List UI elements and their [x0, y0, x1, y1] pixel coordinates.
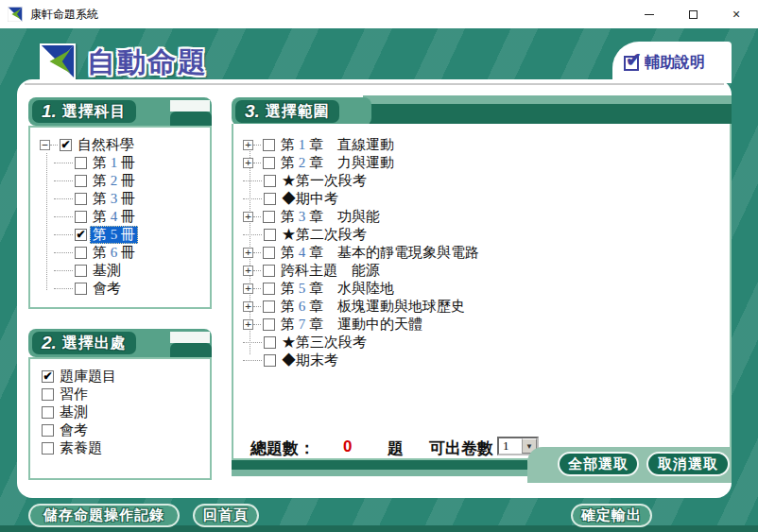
- checkbox[interactable]: [263, 265, 275, 277]
- tree-label[interactable]: 第 4 冊: [90, 208, 138, 226]
- panel1-number: 1.: [42, 101, 57, 122]
- tree-label[interactable]: 第 5 章 水與陸地: [278, 280, 397, 298]
- checkbox[interactable]: [264, 354, 276, 367]
- option-item[interactable]: 基測: [40, 403, 210, 421]
- home-button[interactable]: 回首頁: [193, 504, 259, 527]
- option-item[interactable]: 習作: [40, 386, 210, 403]
- tree-item[interactable]: 第 4 冊: [40, 208, 210, 226]
- checkbox[interactable]: [75, 265, 87, 277]
- checkbox[interactable]: [263, 157, 275, 169]
- tree-item[interactable]: ✔第 5 冊: [40, 226, 210, 244]
- expand-icon[interactable]: +: [243, 212, 253, 222]
- checkbox[interactable]: [75, 175, 87, 187]
- checkbox[interactable]: [75, 247, 87, 259]
- close-button[interactable]: ×: [715, 0, 758, 28]
- checkbox[interactable]: [75, 157, 87, 169]
- confirm-output-button[interactable]: 確定輸出: [571, 504, 652, 527]
- tree-item[interactable]: +跨科主題 能源: [243, 262, 730, 280]
- tree-label[interactable]: 第 7 章 運動中的天體: [278, 316, 425, 334]
- tree-label[interactable]: ★第三次段考: [279, 334, 370, 352]
- checkbox[interactable]: [75, 283, 87, 295]
- tree-item[interactable]: +第 4 章 基本的靜電現象與電路: [243, 244, 730, 262]
- tree-label[interactable]: ◆期末考: [279, 352, 341, 369]
- tree-item[interactable]: −✔自然科學: [40, 136, 210, 154]
- checkbox[interactable]: [75, 211, 87, 223]
- option-label[interactable]: 素養題: [57, 439, 105, 457]
- checkbox[interactable]: ✔: [60, 139, 72, 151]
- tree-label[interactable]: 基測: [90, 262, 124, 280]
- tree-item[interactable]: +第 2 章 力與運動: [243, 154, 730, 172]
- tree-item[interactable]: 第 2 冊: [40, 172, 210, 190]
- checkbox[interactable]: [264, 336, 276, 349]
- checkbox[interactable]: [263, 283, 275, 295]
- tree-item[interactable]: 第 6 冊: [40, 244, 210, 262]
- tree-label[interactable]: ◆期中考: [279, 190, 341, 208]
- tree-item[interactable]: +第 5 章 水與陸地: [243, 280, 730, 298]
- checkbox[interactable]: ✔: [75, 229, 87, 241]
- checkbox[interactable]: [263, 139, 275, 151]
- checkbox[interactable]: [263, 247, 275, 259]
- tree-label[interactable]: 第 4 章 基本的靜電現象與電路: [278, 244, 482, 262]
- expand-icon[interactable]: +: [243, 301, 253, 312]
- checkbox[interactable]: [42, 424, 54, 437]
- deselect-all-button[interactable]: 取消選取: [646, 452, 730, 476]
- help-link[interactable]: ✔ 輔助說明: [624, 53, 705, 73]
- tree-item[interactable]: +第 7 章 運動中的天體: [243, 316, 730, 334]
- tree-label[interactable]: 第 5 冊: [90, 226, 138, 244]
- tree-label[interactable]: 第 2 冊: [90, 172, 138, 190]
- tree-label[interactable]: 第 1 章 直線運動: [278, 136, 397, 154]
- option-label[interactable]: 習作: [57, 386, 91, 403]
- option-item[interactable]: 素養題: [40, 439, 210, 457]
- tree-item[interactable]: ★第二次段考: [243, 226, 730, 244]
- expand-icon[interactable]: +: [243, 319, 253, 330]
- checkbox[interactable]: [42, 406, 54, 419]
- option-label[interactable]: 基測: [57, 403, 91, 421]
- tree-label[interactable]: 第 6 冊: [90, 244, 138, 262]
- select-all-button[interactable]: 全部選取: [558, 452, 639, 476]
- maximize-button[interactable]: [671, 0, 715, 28]
- option-label[interactable]: 題庫題目: [57, 368, 119, 386]
- option-label[interactable]: 會考: [57, 421, 91, 439]
- checkbox[interactable]: [75, 193, 87, 205]
- collapse-icon[interactable]: −: [40, 140, 50, 150]
- tree-label[interactable]: 第 1 冊: [90, 154, 138, 172]
- checkbox[interactable]: [42, 388, 54, 401]
- tree-item[interactable]: 會考: [40, 280, 210, 298]
- tree-label[interactable]: 自然科學: [75, 136, 137, 154]
- checkbox[interactable]: [263, 300, 275, 313]
- tree-item[interactable]: +第 3 章 功與能: [243, 208, 730, 226]
- tree-label[interactable]: ★第一次段考: [279, 172, 370, 190]
- option-item[interactable]: ✔題庫題目: [40, 368, 210, 386]
- checkbox[interactable]: [264, 175, 276, 187]
- checkbox[interactable]: [263, 318, 275, 331]
- expand-icon[interactable]: +: [243, 283, 253, 294]
- option-item[interactable]: 會考: [40, 421, 210, 439]
- tree-item[interactable]: ◆期末考: [243, 352, 730, 369]
- checkbox[interactable]: [42, 442, 54, 455]
- tree-label[interactable]: 跨科主題 能源: [278, 262, 383, 280]
- checkbox[interactable]: [264, 229, 276, 241]
- tree-item[interactable]: 基測: [40, 262, 210, 280]
- tree-item[interactable]: 第 1 冊: [40, 154, 210, 172]
- tree-label[interactable]: 第 3 冊: [90, 190, 138, 208]
- expand-icon[interactable]: +: [243, 248, 253, 258]
- expand-icon[interactable]: +: [243, 266, 253, 276]
- tree-label[interactable]: 會考: [90, 280, 124, 298]
- tree-label[interactable]: ★第二次段考: [279, 226, 370, 244]
- tree-item[interactable]: ★第三次段考: [243, 334, 730, 352]
- tree-item[interactable]: ★第一次段考: [243, 172, 730, 190]
- tree-item[interactable]: 第 3 冊: [40, 190, 210, 208]
- expand-icon[interactable]: +: [243, 158, 253, 168]
- checkbox[interactable]: [263, 211, 275, 223]
- tree-label[interactable]: 第 6 章 板塊運動與地球歷史: [278, 298, 468, 316]
- checkbox[interactable]: [264, 193, 276, 205]
- tree-item[interactable]: +第 1 章 直線運動: [243, 136, 730, 154]
- expand-icon[interactable]: +: [243, 140, 253, 150]
- checkbox[interactable]: ✔: [42, 370, 54, 383]
- tree-label[interactable]: 第 2 章 力與運動: [278, 154, 397, 172]
- tree-item[interactable]: ◆期中考: [243, 190, 730, 208]
- tree-item[interactable]: +第 6 章 板塊運動與地球歷史: [243, 298, 730, 316]
- save-log-button[interactable]: 儲存命題操作記錄: [28, 504, 180, 527]
- minimize-button[interactable]: [628, 0, 671, 28]
- tree-label[interactable]: 第 3 章 功與能: [278, 208, 383, 226]
